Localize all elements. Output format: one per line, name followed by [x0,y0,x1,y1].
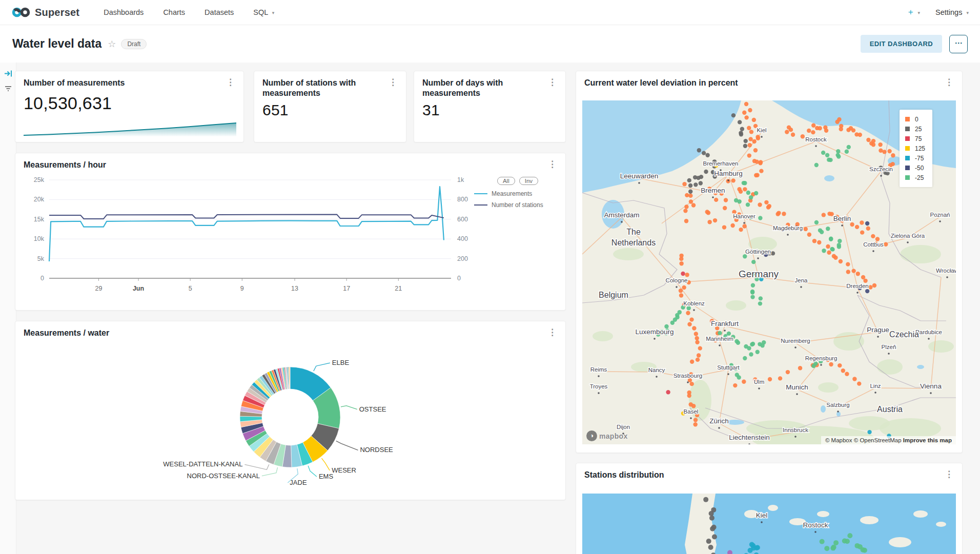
map-legend-item[interactable]: -50 [905,163,925,173]
kebab-menu-icon[interactable]: ⋮ [943,78,955,87]
station-dot[interactable] [751,283,755,288]
station-dot[interactable] [758,216,762,220]
station-dot[interactable] [683,209,687,213]
nav-charts[interactable]: Charts [153,8,195,16]
station-dot[interactable] [752,118,756,122]
station-dot[interactable] [687,306,691,310]
station-dot[interactable] [866,138,870,142]
station-dot[interactable] [867,430,871,434]
station-dot[interactable] [686,311,690,315]
station-dot[interactable] [712,534,717,539]
station-dot[interactable] [691,404,696,408]
station-dot[interactable] [821,151,825,155]
station-dot[interactable] [742,380,746,384]
station-dot[interactable] [759,296,763,300]
station-dot[interactable] [842,538,847,543]
station-dot[interactable] [812,239,816,243]
station-dot[interactable] [891,153,895,157]
station-dot[interactable] [743,356,747,360]
station-dot[interactable] [742,181,746,185]
expand-filter-bar-button[interactable] [0,66,16,81]
station-dot[interactable] [746,202,750,207]
station-dot[interactable] [736,341,740,345]
station-dot[interactable] [731,113,736,117]
favorite-star-icon[interactable]: ☆ [108,38,116,50]
legend-all-button[interactable]: All [497,177,515,185]
station-dot[interactable] [748,108,752,112]
station-dot[interactable] [698,346,702,350]
station-dot[interactable] [851,269,855,273]
station-dot[interactable] [835,153,840,157]
station-dot[interactable] [789,128,793,132]
station-dot[interactable] [749,195,753,199]
station-dot[interactable] [697,353,701,357]
station-dot[interactable] [744,139,748,143]
station-dot[interactable] [782,212,786,216]
station-dot[interactable] [818,126,822,130]
station-dot[interactable] [845,150,849,154]
station-dot[interactable] [868,285,872,289]
station-dot[interactable] [786,370,790,374]
station-dot[interactable] [750,290,754,294]
station-dot[interactable] [705,210,709,214]
station-dot[interactable] [742,224,746,228]
station-dot[interactable] [706,539,711,544]
settings-menu[interactable]: Settings ▾ [935,8,969,16]
station-dot[interactable] [754,191,758,195]
station-dot[interactable] [833,540,839,545]
station-dot[interactable] [839,259,843,263]
station-dot[interactable] [847,145,851,149]
map-legend-item[interactable]: -75 [905,153,925,163]
station-dot[interactable] [778,376,782,380]
station-dot[interactable] [825,153,829,157]
improve-map-link[interactable]: Improve this map [903,437,952,443]
station-dot[interactable] [743,187,747,191]
station-dot[interactable] [743,254,747,258]
station-dot[interactable] [688,194,692,198]
station-dot[interactable] [858,133,862,137]
station-dot[interactable] [837,117,841,121]
station-dot[interactable] [679,289,683,293]
station-dot[interactable] [688,183,692,188]
station-dot[interactable] [744,115,748,119]
station-dot[interactable] [699,181,703,185]
station-dot[interactable] [756,136,760,140]
station-dot[interactable] [785,130,789,134]
kebab-menu-icon[interactable]: ⋮ [546,328,558,337]
station-dot[interactable] [734,198,738,202]
station-dot[interactable] [704,170,708,174]
station-dot[interactable] [759,160,763,164]
kebab-menu-icon[interactable]: ⋮ [224,78,236,87]
station-dot[interactable] [865,221,869,225]
station-dot[interactable] [827,251,831,255]
station-dot[interactable] [820,539,825,544]
station-dot[interactable] [754,173,758,177]
map-viewport[interactable]: LeeuwardenAmsterdamTheNetherlandsBremerh… [582,100,956,444]
station-dot[interactable] [688,190,692,194]
station-dot[interactable] [845,372,849,376]
station-dot[interactable] [857,381,861,385]
station-dot[interactable] [695,336,699,340]
station-dot[interactable] [829,362,833,366]
station-dot[interactable] [748,137,752,141]
edit-dashboard-button[interactable]: EDIT DASHBOARD [861,35,942,53]
station-dot[interactable] [666,390,670,394]
station-dot[interactable] [846,262,850,266]
station-dot[interactable] [838,363,842,367]
filter-icon[interactable] [0,81,16,96]
station-dot[interactable] [871,234,875,238]
station-dot[interactable] [687,394,691,398]
station-dot[interactable] [865,289,869,293]
station-dot[interactable] [760,343,764,347]
station-dot[interactable] [753,148,758,152]
station-dot[interactable] [863,279,867,283]
station-dot[interactable] [820,230,824,234]
nav-dashboards[interactable]: Dashboards [94,8,153,16]
station-dot[interactable] [861,275,865,279]
station-dot[interactable] [702,151,706,155]
station-dot[interactable] [814,220,819,224]
station-dot[interactable] [748,143,752,147]
map-legend-item[interactable]: 25 [905,124,925,134]
station-dot[interactable] [807,129,811,133]
station-dot[interactable] [739,131,743,135]
